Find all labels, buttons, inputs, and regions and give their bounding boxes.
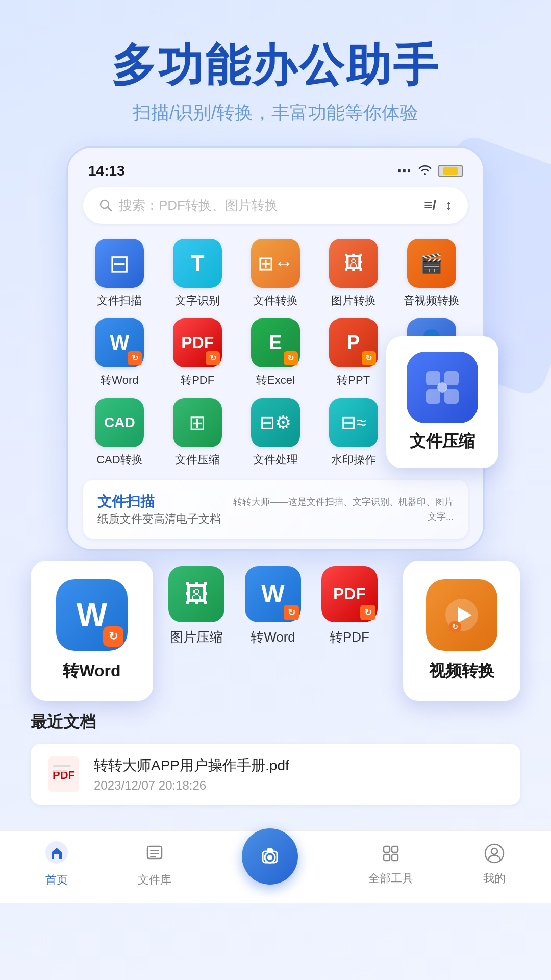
recent-title: 最近文档 bbox=[31, 711, 520, 733]
svg-point-30 bbox=[491, 848, 497, 854]
tool-scan[interactable]: ⊟ 文件扫描 bbox=[83, 239, 156, 308]
tool-ocr[interactable]: T 文字识别 bbox=[161, 239, 234, 308]
nav-tools[interactable]: 全部工具 bbox=[368, 842, 413, 886]
tool-cad[interactable]: CAD CAD转换 bbox=[83, 398, 156, 468]
nav-tools-label: 全部工具 bbox=[368, 871, 413, 886]
search-placeholder: 搜索：PDF转换、图片转换 bbox=[119, 197, 278, 214]
floating-video-label: 视频转换 bbox=[429, 660, 494, 682]
phone-mockup: 14:13 ▪▪▪ bbox=[66, 146, 485, 551]
hero-title: 多功能办公助手 bbox=[20, 41, 531, 90]
tool-ppt[interactable]: P ↻ 转PPT bbox=[317, 318, 390, 388]
svg-rect-3 bbox=[444, 371, 459, 385]
hero-subtitle: 扫描/识别/转换，丰富功能等你体验 bbox=[20, 101, 531, 126]
doc-name: 转转大师APP用户操作手册.pdf bbox=[94, 756, 505, 775]
list-icon[interactable]: ≡/ bbox=[424, 197, 436, 213]
floating-compress-card[interactable]: 文件压缩 bbox=[386, 336, 498, 468]
tool-compress[interactable]: ⊞ 文件压缩 bbox=[161, 398, 234, 468]
svg-rect-14 bbox=[53, 765, 71, 767]
tool-excel[interactable]: E ↻ 转Excel bbox=[239, 318, 312, 388]
floating-compress-label: 文件压缩 bbox=[410, 430, 475, 453]
banner-desc: 纸质文件变高清电子文档 bbox=[97, 511, 221, 527]
doc-item[interactable]: PDF 转转大师APP用户操作手册.pdf 2023/12/07 20:18:2… bbox=[31, 744, 520, 805]
nav-files[interactable]: 文件库 bbox=[138, 841, 171, 888]
status-bar: 14:13 ▪▪▪ bbox=[83, 163, 468, 187]
signal-icon: ▪▪▪ bbox=[398, 165, 412, 177]
floating-word-card[interactable]: W ↻ 转Word bbox=[31, 561, 153, 701]
nav-camera[interactable] bbox=[242, 844, 298, 885]
recent-section: 最近文档 PDF 转转大师APP用户操作手册.pdf 2023/12/07 20… bbox=[0, 711, 551, 815]
to-pdf-label: 转PDF bbox=[330, 628, 369, 646]
banner-preview: 转转大师——这是文件扫描、文字识别、机器印、图片文字... bbox=[231, 495, 454, 524]
tool-media[interactable]: 🎬 音视频转换 bbox=[395, 239, 468, 308]
search-bar[interactable]: 搜索：PDF转换、图片转换 ≡/ ↕ bbox=[83, 187, 468, 224]
svg-rect-15 bbox=[53, 770, 67, 772]
doc-pdf-icon: PDF bbox=[46, 756, 82, 792]
tool-pdf[interactable]: PDF ↻ 转PDF bbox=[161, 318, 234, 388]
svg-point-6 bbox=[437, 382, 447, 393]
mine-icon bbox=[483, 842, 506, 867]
wifi-icon bbox=[418, 164, 432, 178]
doc-info: 转转大师APP用户操作手册.pdf 2023/12/07 20:18:26 bbox=[94, 756, 505, 793]
banner-title: 文件扫描 bbox=[97, 492, 221, 511]
hero-section: 多功能办公助手 扫描/识别/转换，丰富功能等你体验 bbox=[0, 0, 551, 146]
floating-word-label: 转Word bbox=[63, 660, 120, 682]
nav-mine[interactable]: 我的 bbox=[483, 842, 506, 886]
nav-files-label: 文件库 bbox=[138, 872, 171, 888]
svg-rect-2 bbox=[426, 371, 440, 385]
tool-fileprocess[interactable]: ⊟⚙ 文件处理 bbox=[239, 398, 312, 468]
tool-watermark[interactable]: ⊟≈ 水印操作 bbox=[317, 398, 390, 468]
search-icon bbox=[98, 198, 113, 212]
small-tools-row: 🖼 图片压缩 W ↻ 转Word PDF ↻ 转PDF bbox=[168, 561, 388, 646]
bottom-nav: 首页 文件库 bbox=[0, 830, 551, 903]
second-section: W ↻ 转Word 🖼 图片压缩 W ↻ 转Word PDF ↻ 转PDF bbox=[0, 551, 551, 711]
tool-word[interactable]: W ↻ 转Word bbox=[83, 318, 156, 388]
home-icon bbox=[45, 841, 68, 868]
nav-mine-label: 我的 bbox=[483, 871, 506, 886]
svg-rect-25 bbox=[384, 846, 390, 852]
svg-line-1 bbox=[108, 207, 111, 211]
banner[interactable]: 文件扫描 纸质文件变高清电子文档 转转大师——这是文件扫描、文字识别、机器印、图… bbox=[83, 480, 468, 539]
svg-rect-26 bbox=[392, 846, 398, 852]
doc-date: 2023/12/07 20:18:26 bbox=[94, 778, 505, 793]
svg-rect-4 bbox=[426, 389, 440, 404]
floating-video-card[interactable]: ↻ 视频转换 bbox=[403, 561, 520, 701]
img-compress-label: 图片压缩 bbox=[170, 628, 223, 646]
status-time: 14:13 bbox=[88, 163, 125, 179]
tool-img-compress[interactable]: 🖼 图片压缩 bbox=[168, 566, 224, 646]
svg-rect-28 bbox=[392, 854, 398, 861]
svg-point-24 bbox=[267, 855, 272, 860]
tool-to-pdf[interactable]: PDF ↻ 转PDF bbox=[321, 566, 378, 646]
tools-icon bbox=[380, 842, 402, 867]
svg-rect-27 bbox=[384, 854, 390, 861]
camera-button[interactable] bbox=[242, 828, 298, 885]
battery-icon bbox=[438, 165, 463, 177]
status-icons: ▪▪▪ bbox=[398, 164, 463, 178]
tool-image[interactable]: 🖼 图片转换 bbox=[317, 239, 390, 308]
nav-home-label: 首页 bbox=[45, 872, 68, 888]
sort-icon[interactable]: ↕ bbox=[445, 197, 453, 213]
tool-to-word[interactable]: W ↻ 转Word bbox=[245, 566, 301, 646]
svg-rect-5 bbox=[444, 389, 459, 404]
svg-rect-23 bbox=[267, 848, 273, 852]
tool-convert[interactable]: ⊞↔ 文件转换 bbox=[239, 239, 312, 308]
files-icon bbox=[143, 841, 166, 868]
nav-home[interactable]: 首页 bbox=[45, 841, 68, 888]
to-word-label: 转Word bbox=[251, 628, 295, 646]
svg-text:↻: ↻ bbox=[452, 623, 458, 631]
